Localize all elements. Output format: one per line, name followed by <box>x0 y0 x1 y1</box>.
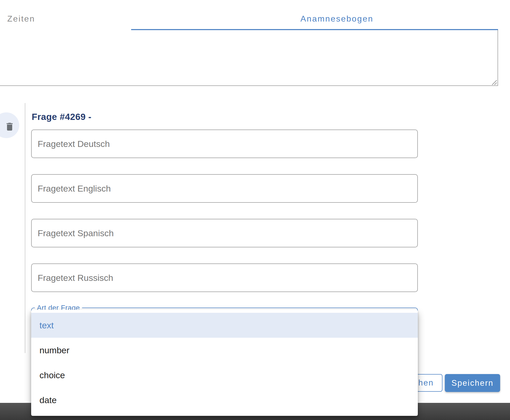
tab-zeiten[interactable]: Zeiten <box>7 14 35 23</box>
menu-option-text[interactable]: text <box>31 313 418 338</box>
delete-question-button[interactable] <box>0 112 19 138</box>
fragetext-russisch-input[interactable] <box>31 263 418 292</box>
fragetext-spanisch-input[interactable] <box>31 219 418 247</box>
question-section-divider <box>25 103 25 353</box>
save-button[interactable]: Speichern <box>445 374 500 392</box>
tab-anamnesebogen[interactable]: Anamnesebogen <box>300 14 373 23</box>
fragetext-englisch-input[interactable] <box>31 174 418 203</box>
question-editor-dialog: Zeiten Anamnesebogen Frage #4269 - Art d… <box>0 0 510 420</box>
question-type-menu: text number choice date <box>31 310 418 416</box>
menu-option-choice[interactable]: choice <box>31 363 418 388</box>
menu-option-date[interactable]: date <box>31 388 418 412</box>
fragetext-deutsch-input[interactable] <box>31 130 418 158</box>
trash-icon <box>4 121 15 132</box>
menu-option-number[interactable]: number <box>31 338 418 363</box>
question-title: Frage #4269 - <box>32 112 91 122</box>
anamnese-textarea[interactable] <box>0 30 498 86</box>
